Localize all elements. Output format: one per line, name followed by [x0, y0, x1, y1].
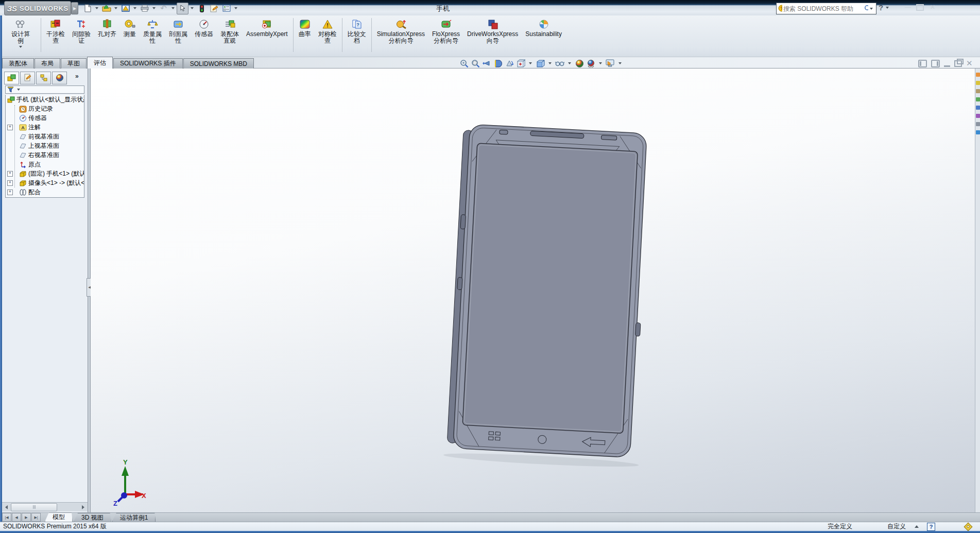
tree-item-annotations[interactable]: + A 注解	[6, 123, 84, 132]
pane-left-button[interactable]	[918, 60, 927, 67]
tree-item-front-plane[interactable]: 前视基准面	[6, 132, 84, 141]
tree-root-assembly[interactable]: 手机 (默认<默认_显示状态-1>)	[6, 95, 84, 104]
search-magnifier-icon[interactable]	[864, 5, 868, 12]
tab-solidworks-mbd[interactable]: SOLIDWORKS MBD	[183, 58, 254, 68]
select-button[interactable]	[177, 3, 188, 14]
undo-dropdown[interactable]	[171, 7, 175, 9]
zoom-to-fit-icon[interactable]	[459, 59, 469, 68]
new-document-dropdown[interactable]	[95, 7, 98, 9]
doc-minimize-button[interactable]	[944, 65, 950, 67]
help-menu[interactable]: ?	[879, 3, 890, 12]
search-input[interactable]	[782, 5, 864, 13]
print-button[interactable]	[139, 3, 150, 14]
status-units-custom[interactable]: 自定义	[887, 522, 906, 531]
taskpane-appearances-icon[interactable]	[976, 106, 980, 110]
doc-restore-button[interactable]	[954, 60, 962, 67]
tree-item-history[interactable]: 历史记录	[6, 104, 84, 113]
doc-close-button[interactable]: ✕	[966, 60, 973, 67]
rebuild-button[interactable]	[196, 3, 208, 14]
undo-button[interactable]: ↶	[158, 3, 169, 14]
options-dropdown[interactable]	[234, 7, 237, 9]
tree-filter-bar[interactable]	[5, 85, 84, 94]
expand-toggle[interactable]: +	[7, 171, 13, 177]
next-tab-button[interactable]: ▶	[22, 513, 31, 522]
taskpane-view-palette-icon[interactable]	[976, 97, 980, 101]
tree-item-phone-part[interactable]: + (固定) 手机<1> (默认<<默认	[6, 169, 84, 178]
task-pane-strip[interactable]	[975, 68, 980, 512]
phone-model[interactable]	[441, 121, 663, 481]
tab-3d-views[interactable]: 3D 视图	[74, 513, 111, 522]
tree-item-camera-part[interactable]: + 摄像头<1> -> (默认<<默认	[6, 178, 84, 187]
section-view-icon[interactable]	[493, 59, 503, 68]
previous-view-icon[interactable]	[482, 59, 491, 68]
expand-toggle[interactable]: +	[7, 190, 13, 195]
last-tab-button[interactable]: ▶|	[31, 513, 41, 522]
taskpane-file-explorer-icon[interactable]	[976, 89, 980, 93]
configurationmanager-tab[interactable]	[36, 72, 51, 84]
logo-expand-button[interactable]: ▶	[71, 2, 78, 14]
display-style-icon[interactable]	[536, 59, 545, 68]
scroll-left-arrow[interactable]	[5, 505, 8, 509]
tree-item-sensors[interactable]: 传感器	[6, 113, 84, 123]
taskpane-scenes-icon[interactable]	[976, 114, 980, 118]
search-dropdown[interactable]	[870, 8, 873, 10]
view-cube-icon[interactable]	[516, 59, 525, 68]
tab-evaluate[interactable]: 评估	[87, 57, 113, 68]
ribbon-item-interference-check[interactable]: 干涉检 查	[43, 17, 68, 46]
tab-sketch[interactable]: 草图	[61, 58, 87, 68]
file-properties-button[interactable]	[208, 3, 220, 14]
publish-preview-button[interactable]	[119, 3, 131, 14]
tree-item-top-plane[interactable]: 上视基准面	[6, 141, 84, 150]
panel-tab-overflow-button[interactable]: »	[75, 73, 79, 80]
ribbon-item-mass-properties[interactable]: 质量属 性	[140, 17, 165, 46]
select-dropdown[interactable]	[191, 7, 194, 9]
filter-dropdown[interactable]	[17, 89, 20, 91]
app-minimize-button[interactable]: —	[902, 4, 914, 11]
tree-item-mates[interactable]: + 配合	[6, 187, 84, 197]
print-dropdown[interactable]	[152, 7, 156, 9]
ribbon-item-assembly-visualization[interactable]: 装配体 直观	[217, 17, 243, 46]
expand-toggle[interactable]: +	[7, 125, 13, 130]
propertymanager-tab[interactable]	[20, 72, 35, 84]
status-tag-icon[interactable]	[964, 522, 973, 531]
pane-right-button[interactable]	[931, 60, 940, 67]
ribbon-item-symmetry-check[interactable]: ! 对称检 查	[315, 17, 340, 46]
ribbon-item-curvature[interactable]: 曲率	[295, 17, 315, 39]
status-help-icon[interactable]: ?	[927, 523, 935, 531]
scrollbar-thumb[interactable]	[11, 503, 57, 511]
apply-scene-dropdown[interactable]	[599, 62, 602, 64]
solidworks-logo[interactable]: ЗS SOLIDWORKS	[4, 1, 71, 15]
ribbon-item-measure[interactable]: 测量	[120, 17, 140, 39]
ribbon-item-section-properties[interactable]: 剖面属 性	[165, 17, 191, 46]
displaymanager-tab[interactable]	[52, 72, 67, 84]
open-button[interactable]	[100, 3, 112, 14]
ribbon-item-clearance-verification[interactable]: 间隙验 证	[68, 17, 94, 46]
apply-scene-icon[interactable]	[586, 59, 595, 68]
ribbon-item-simulationxpress[interactable]: SimulationXpress 分析向导	[373, 17, 428, 46]
expand-toggle[interactable]: +	[7, 180, 13, 186]
ribbon-item-sustainability[interactable]: Sustainability	[522, 17, 565, 39]
view-settings-dropdown[interactable]	[618, 62, 622, 64]
new-document-button[interactable]	[81, 3, 93, 14]
tab-layout[interactable]: 布局	[35, 58, 60, 68]
panel-horizontal-scrollbar[interactable]	[2, 502, 88, 511]
taskpane-forum-icon[interactable]	[976, 130, 980, 134]
app-close-button[interactable]: ×	[927, 3, 938, 12]
hide-show-items-icon[interactable]	[555, 59, 564, 68]
taskpane-custom-properties-icon[interactable]	[976, 122, 980, 126]
ribbon-item-assemblyxpert[interactable]: AssemblyXpert	[243, 17, 291, 39]
hide-show-items-dropdown[interactable]	[568, 62, 571, 64]
zoom-to-area-icon[interactable]	[471, 59, 480, 68]
design-study-dropdown[interactable]	[19, 46, 22, 48]
ribbon-item-design-study[interactable]: 设计算 例	[2, 17, 39, 49]
app-restore-button[interactable]	[916, 4, 924, 11]
ribbon-item-compare-documents[interactable]: ? 比较文 档	[344, 17, 370, 46]
tree-item-origin[interactable]: 原点	[6, 160, 84, 169]
tab-motion-study[interactable]: 运动算例1	[112, 513, 156, 522]
ribbon-item-sensor[interactable]: 传感器	[191, 17, 217, 39]
view-cube-dropdown[interactable]	[529, 62, 532, 64]
tab-model[interactable]: 模型	[45, 512, 73, 522]
view-settings-icon[interactable]	[606, 59, 615, 68]
taskpane-design-library-icon[interactable]	[976, 81, 980, 85]
scroll-right-arrow[interactable]	[82, 505, 84, 509]
